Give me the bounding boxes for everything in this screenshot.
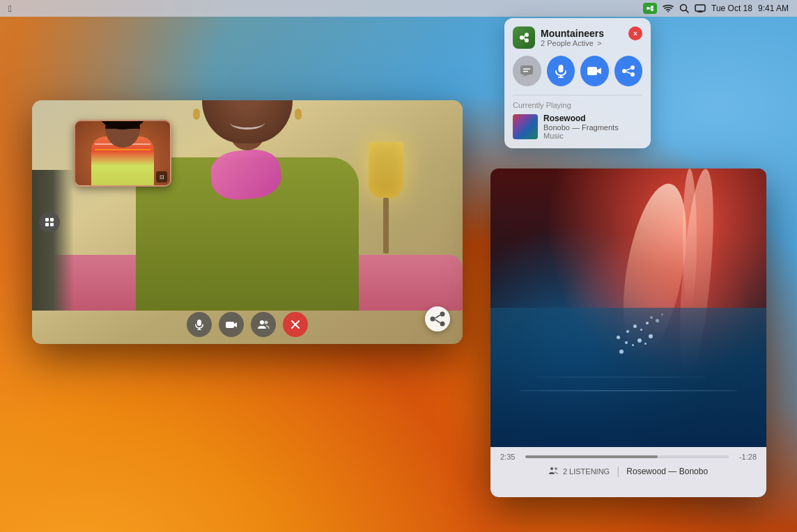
cp-album-art-visual bbox=[513, 114, 538, 139]
facetime-end-call-btn[interactable] bbox=[283, 312, 308, 337]
svg-point-38 bbox=[630, 65, 635, 70]
music-time-remaining: -1:28 bbox=[734, 453, 757, 461]
panel-header: Mountaineers 2 People Active > × bbox=[513, 26, 642, 49]
svg-point-27 bbox=[525, 38, 529, 42]
panel-people-count: 2 People Active > bbox=[541, 39, 604, 47]
wifi-icon[interactable] bbox=[663, 4, 674, 13]
menubar-datetime: Tue Oct 18 bbox=[711, 3, 752, 13]
search-icon[interactable] bbox=[679, 3, 689, 13]
svg-line-29 bbox=[524, 38, 525, 40]
water-ripple-2 bbox=[532, 377, 711, 377]
svg-point-17 bbox=[265, 321, 268, 324]
svg-point-2 bbox=[651, 8, 653, 11]
currently-playing-label: Currently Playing bbox=[513, 101, 642, 109]
svg-rect-30 bbox=[520, 65, 533, 75]
music-progress-fill bbox=[525, 455, 658, 458]
music-time-elapsed: 2:35 bbox=[500, 453, 520, 461]
svg-line-6 bbox=[686, 10, 689, 13]
svg-line-40 bbox=[626, 69, 630, 71]
svg-line-28 bbox=[524, 36, 525, 38]
listening-person-icon bbox=[549, 467, 559, 476]
panel-shareplay-btn[interactable] bbox=[614, 56, 643, 86]
person-smile bbox=[230, 116, 265, 130]
panel-video-btn[interactable] bbox=[580, 56, 609, 86]
facetime-controls bbox=[187, 312, 308, 337]
listening-count: 2 LISTENING bbox=[563, 467, 610, 476]
music-progress-bar[interactable] bbox=[525, 455, 729, 458]
cp-album-art bbox=[513, 114, 538, 139]
music-info-row: 2 LISTENING | Rosewood — Bonobo bbox=[500, 465, 757, 478]
svg-point-21 bbox=[440, 312, 445, 317]
svg-point-39 bbox=[630, 72, 635, 77]
music-album-art bbox=[490, 169, 766, 447]
facetime-mic-btn[interactable] bbox=[187, 312, 212, 337]
shareplay-panel: Mountaineers 2 People Active > × bbox=[504, 18, 651, 148]
earring-right bbox=[295, 109, 302, 117]
water-ripple-1 bbox=[518, 390, 738, 391]
svg-rect-10 bbox=[45, 223, 49, 226]
svg-point-43 bbox=[555, 467, 557, 470]
music-progress-bar-section: 2:35 -1:28 bbox=[500, 453, 757, 461]
cp-genre: Music bbox=[543, 132, 642, 140]
svg-point-26 bbox=[525, 33, 529, 37]
shareplay-menubar-icon[interactable] bbox=[643, 3, 657, 14]
cp-track-name: Rosewood bbox=[543, 114, 642, 123]
facetime-background: ⊡ bbox=[32, 100, 463, 344]
facetime-pip[interactable]: ⊡ bbox=[74, 120, 171, 187]
facetime-grid-btn[interactable] bbox=[39, 212, 60, 233]
cp-artist-album: Bonobo — Fragments bbox=[543, 123, 642, 132]
screen-mirror-icon[interactable] bbox=[695, 4, 706, 13]
menubar-time: 9:41 AM bbox=[758, 3, 789, 13]
panel-actions bbox=[513, 56, 642, 86]
water-surface bbox=[490, 308, 766, 447]
cp-track-info: Rosewood Bonobo — Fragments Music bbox=[543, 114, 642, 140]
separator: | bbox=[617, 465, 619, 478]
panel-message-btn[interactable] bbox=[513, 56, 541, 86]
music-controls: 2:35 -1:28 2 LISTENING | Rosewood — Bono… bbox=[490, 447, 766, 497]
svg-line-41 bbox=[626, 72, 630, 74]
apple-menu[interactable]:  bbox=[8, 3, 12, 14]
currently-playing-content: Rosewood Bonobo — Fragments Music bbox=[513, 114, 642, 140]
panel-mic-btn[interactable] bbox=[547, 56, 575, 86]
svg-point-1 bbox=[651, 6, 653, 8]
side-person bbox=[32, 170, 74, 311]
svg-rect-11 bbox=[50, 223, 54, 226]
currently-playing-section: Currently Playing Rosewood Bonobo — Frag… bbox=[513, 95, 642, 140]
svg-line-4 bbox=[649, 8, 651, 10]
svg-point-20 bbox=[431, 317, 435, 322]
menubar-left:  bbox=[8, 3, 12, 14]
menubar:  bbox=[0, 0, 797, 17]
earring-left bbox=[193, 109, 200, 117]
panel-app-icon bbox=[513, 26, 535, 49]
panel-title-group: Mountaineers 2 People Active > bbox=[513, 26, 604, 49]
person-head bbox=[202, 100, 293, 143]
svg-point-37 bbox=[622, 69, 626, 73]
svg-point-42 bbox=[550, 467, 553, 470]
facetime-shareplay-btn[interactable] bbox=[425, 306, 450, 331]
panel-group-name: Mountaineers bbox=[541, 28, 604, 39]
svg-point-22 bbox=[440, 322, 445, 327]
svg-rect-15 bbox=[226, 322, 234, 328]
svg-point-16 bbox=[260, 320, 264, 324]
svg-point-25 bbox=[520, 36, 524, 40]
pip-expand-icon[interactable]: ⊡ bbox=[156, 171, 167, 182]
svg-line-24 bbox=[435, 320, 440, 323]
svg-rect-36 bbox=[587, 67, 597, 75]
svg-rect-9 bbox=[50, 218, 54, 221]
svg-line-23 bbox=[435, 315, 440, 319]
svg-rect-12 bbox=[197, 320, 201, 326]
menubar-right: Tue Oct 18 9:41 AM bbox=[643, 3, 789, 14]
facetime-camera-btn[interactable] bbox=[219, 312, 244, 337]
svg-rect-33 bbox=[558, 65, 563, 72]
music-track-name: Rosewood — Bonobo bbox=[626, 467, 708, 476]
svg-rect-8 bbox=[45, 218, 49, 221]
panel-close-btn[interactable]: × bbox=[628, 26, 642, 40]
panel-title-text: Mountaineers 2 People Active > bbox=[541, 28, 604, 47]
facetime-window: ⊡ bbox=[32, 100, 463, 344]
svg-rect-7 bbox=[695, 5, 705, 11]
music-player-window: 2:35 -1:28 2 LISTENING | Rosewood — Bono… bbox=[490, 169, 766, 497]
facetime-participants-btn[interactable] bbox=[251, 312, 276, 337]
svg-point-0 bbox=[647, 7, 649, 10]
